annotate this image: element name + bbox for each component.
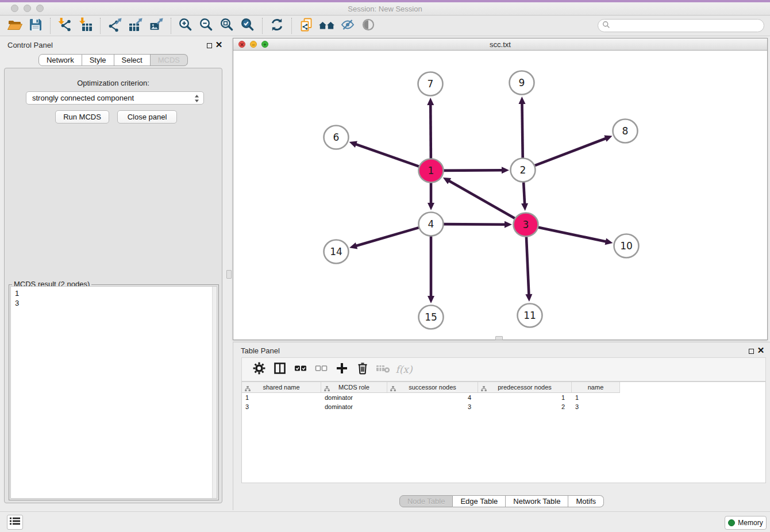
memory-button[interactable]: Memory (725, 516, 767, 530)
control-panel-close-button[interactable]: ✕ (215, 41, 223, 49)
export-network-button[interactable] (105, 17, 125, 35)
status-bar: Memory (0, 511, 770, 532)
close-panel-button[interactable]: Close panel (117, 110, 177, 124)
table-panel-tab-node-table[interactable]: Node Table (399, 495, 453, 507)
gear-button[interactable] (249, 360, 270, 379)
table-cell[interactable]: dominator (321, 402, 387, 411)
graph-node-6[interactable]: 6 (324, 126, 349, 149)
svg-text:1: 1 (428, 165, 434, 176)
export-table-button[interactable] (125, 17, 146, 35)
table-panel-tab-network-table[interactable]: Network Table (506, 495, 568, 507)
table-cell[interactable]: 3 (387, 402, 478, 411)
zoom-in-button[interactable] (175, 17, 196, 35)
zoom-selected-icon (240, 17, 255, 34)
network-canvas[interactable]: 1234678910111415 (233, 51, 767, 340)
function-fx-button: f(x) (394, 360, 414, 379)
vertical-split-handle[interactable] (226, 270, 232, 279)
edge-3-11[interactable] (525, 236, 532, 302)
checked-boxes-icon (294, 361, 307, 377)
task-history-button[interactable] (7, 515, 23, 530)
table-panel-tab-edge-table[interactable]: Edge Table (453, 495, 506, 507)
graph-node-9[interactable]: 9 (510, 71, 534, 95)
control-panel-title: Control Panel (7, 41, 53, 49)
save-session-button[interactable] (25, 17, 46, 35)
open-file-button[interactable] (5, 17, 25, 35)
edge-1-7[interactable] (427, 98, 434, 159)
column-header-successor-nodes[interactable]: successor nodes (387, 382, 478, 393)
control-panel-tab-style[interactable]: Style (82, 54, 114, 66)
table-cell[interactable]: 1 (572, 393, 620, 402)
table-cell[interactable]: 4 (387, 393, 478, 402)
split-columns-button[interactable] (270, 360, 290, 379)
edge-1-4[interactable] (428, 182, 434, 210)
table-cell[interactable]: 1 (478, 393, 572, 402)
graph-node-14[interactable]: 14 (324, 240, 349, 264)
edge-4-15[interactable] (428, 236, 434, 303)
graph-node-1[interactable]: 1 (419, 159, 444, 183)
zoom-out-button[interactable] (196, 17, 217, 35)
mcds-result-line: 3 (15, 298, 217, 308)
eye-contrast-button[interactable] (358, 17, 379, 35)
edge-4-14[interactable] (349, 228, 420, 249)
search-input[interactable] (610, 21, 764, 31)
control-panel-tab-network[interactable]: Network (38, 54, 82, 66)
table-row[interactable]: 1dominator411 (242, 393, 765, 402)
table-row[interactable]: 3dominator323 (242, 402, 765, 411)
graph-node-10[interactable]: 10 (614, 234, 639, 258)
column-header-predecessor-nodes[interactable]: predecessor nodes (478, 382, 572, 393)
zoom-fit-button[interactable] (217, 17, 237, 35)
trash-button[interactable] (352, 360, 373, 379)
svg-text:6: 6 (333, 132, 340, 143)
control-panel-tab-select[interactable]: Select (114, 54, 151, 66)
mcds-result-textarea[interactable]: 13 (10, 286, 217, 499)
import-network-button[interactable] (55, 17, 75, 35)
control-panel-tab-mcds[interactable]: MCDS (151, 54, 188, 66)
zoom-selected-button[interactable] (237, 17, 258, 35)
search-field[interactable] (598, 19, 764, 32)
table-panel-close-button[interactable]: ✕ (757, 346, 765, 354)
refresh-button[interactable] (267, 17, 287, 35)
clone-documents-button[interactable] (296, 17, 317, 35)
graph-node-15[interactable]: 15 (419, 306, 444, 329)
control-panel-float-button[interactable] (206, 42, 213, 49)
main-toolbar (0, 16, 770, 36)
table-cell[interactable]: 3 (242, 402, 321, 411)
edge-2-3[interactable] (521, 182, 528, 211)
double-home-button[interactable] (317, 17, 337, 35)
table-cell[interactable]: 2 (478, 402, 572, 411)
horizontal-split-handle[interactable] (495, 336, 503, 340)
edge-1-6[interactable] (349, 141, 420, 167)
column-header-MCDS-role[interactable]: MCDS role (321, 382, 387, 393)
graph-node-2[interactable]: 2 (511, 159, 536, 182)
table-cell[interactable]: 1 (242, 393, 321, 402)
table-cell[interactable]: dominator (321, 393, 387, 402)
hierarchy-icon (245, 384, 251, 395)
edge-3-10[interactable] (537, 227, 613, 245)
checked-boxes-button[interactable] (290, 360, 311, 379)
column-header-name[interactable]: name (572, 382, 620, 393)
import-table-button[interactable] (75, 17, 96, 35)
table-panel-tab-motifs[interactable]: Motifs (568, 495, 604, 507)
edge-3-1[interactable] (443, 178, 516, 219)
graph-node-8[interactable]: 8 (613, 119, 638, 143)
unchecked-boxes-button[interactable] (311, 360, 332, 379)
graph-node-11[interactable]: 11 (518, 304, 542, 327)
graph-node-7[interactable]: 7 (418, 72, 443, 96)
edge-2-9[interactable] (518, 97, 525, 159)
graph-node-3[interactable]: 3 (514, 213, 538, 237)
criterion-dropdown[interactable]: strongly connected component (26, 91, 204, 105)
toolbar-divider (262, 18, 263, 34)
graph-node-4[interactable]: 4 (419, 213, 444, 236)
column-header-label: name (588, 384, 604, 391)
run-mcds-button[interactable]: Run MCDS (55, 110, 109, 124)
plus-button[interactable] (332, 360, 352, 379)
table-panel-float-button[interactable] (748, 348, 754, 354)
column-header-shared-name[interactable]: shared name (242, 382, 321, 393)
eye-slash-button[interactable] (337, 17, 358, 35)
result-scrollbar[interactable] (212, 287, 217, 498)
export-image-button[interactable] (146, 17, 167, 35)
edge-1-2[interactable] (442, 167, 509, 174)
edge-2-8[interactable] (534, 136, 613, 166)
table-cell[interactable]: 3 (572, 402, 620, 411)
edge-4-3[interactable] (442, 221, 512, 228)
